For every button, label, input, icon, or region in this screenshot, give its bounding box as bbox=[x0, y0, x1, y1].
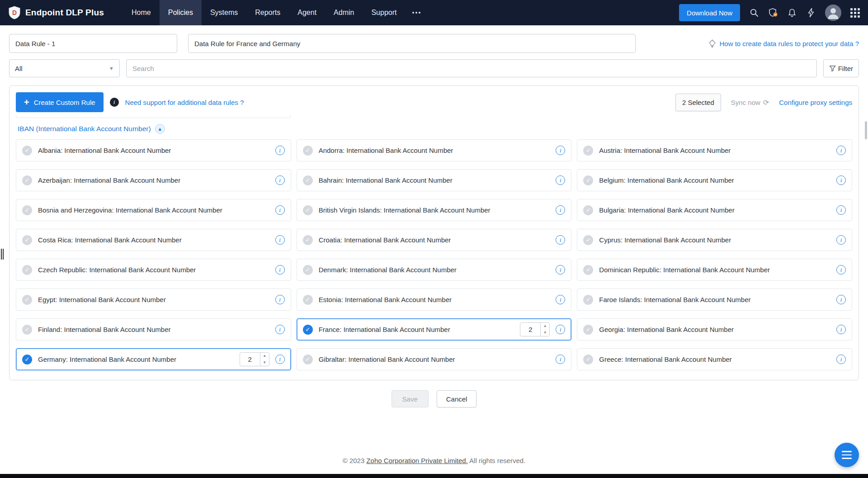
data-rule-card[interactable]: ✓Belgium: International Bank Account Num… bbox=[577, 169, 852, 191]
nav-item-policies[interactable]: Policies bbox=[160, 0, 202, 25]
occurrence-count-stepper[interactable]: 2▲▼ bbox=[520, 322, 550, 336]
rule-checkbox-icon[interactable]: ✓ bbox=[22, 265, 32, 275]
rule-checkbox-icon[interactable]: ✓ bbox=[303, 235, 313, 245]
data-rule-card[interactable]: ✓Bulgaria: International Bank Account Nu… bbox=[577, 199, 852, 221]
rule-checkbox-icon[interactable]: ✓ bbox=[583, 295, 593, 305]
rule-checkbox-icon[interactable]: ✓ bbox=[303, 205, 313, 215]
rule-checkbox-icon[interactable]: ✓ bbox=[303, 265, 313, 275]
user-avatar[interactable] bbox=[825, 5, 841, 21]
rule-checkbox-icon[interactable]: ✓ bbox=[22, 235, 32, 245]
nav-item-reports[interactable]: Reports bbox=[246, 0, 289, 25]
rule-info-icon[interactable]: i bbox=[556, 235, 565, 245]
notifications-bell-icon[interactable] bbox=[787, 8, 797, 18]
rule-info-icon[interactable]: i bbox=[556, 205, 565, 215]
search-icon[interactable] bbox=[749, 8, 759, 18]
rule-info-icon[interactable]: i bbox=[836, 235, 846, 245]
rule-info-icon[interactable]: i bbox=[556, 355, 565, 364]
stepper-down-icon[interactable]: ▼ bbox=[541, 330, 549, 336]
data-rule-card[interactable]: ✓France: International Bank Account Numb… bbox=[297, 318, 572, 341]
rule-checkbox-icon[interactable]: ✓ bbox=[22, 146, 32, 156]
sync-now-button[interactable]: Sync now ⟳ bbox=[731, 98, 769, 107]
nav-item-agent[interactable]: Agent bbox=[289, 0, 325, 25]
quick-actions-lightning-icon[interactable] bbox=[806, 8, 816, 18]
rule-name-input[interactable] bbox=[9, 34, 177, 53]
rule-description-input[interactable] bbox=[188, 34, 636, 53]
security-alert-icon[interactable] bbox=[768, 8, 778, 18]
rule-checkbox-icon[interactable]: ✓ bbox=[303, 295, 313, 305]
iban-section-title[interactable]: IBAN (International Bank Account Number) bbox=[18, 125, 151, 133]
nav-item-admin[interactable]: Admin bbox=[325, 0, 363, 25]
data-rule-card[interactable]: ✓Germany: International Bank Account Num… bbox=[16, 348, 291, 370]
rule-info-icon[interactable]: i bbox=[275, 235, 285, 245]
rule-info-icon[interactable]: i bbox=[275, 205, 285, 215]
rule-info-icon[interactable]: i bbox=[275, 146, 285, 155]
nav-item-home[interactable]: Home bbox=[123, 0, 160, 25]
rule-info-icon[interactable]: i bbox=[836, 295, 846, 304]
page-scrollbar-thumb[interactable] bbox=[865, 121, 867, 139]
data-rule-card[interactable]: ✓Austria: International Bank Account Num… bbox=[577, 139, 852, 161]
data-rule-card[interactable]: ✓Costa Rica: International Bank Account … bbox=[16, 229, 291, 251]
data-rule-card[interactable]: ✓Azerbaijan: International Bank Account … bbox=[16, 169, 291, 191]
rule-checkbox-icon[interactable]: ✓ bbox=[583, 355, 593, 364]
data-rule-card[interactable]: ✓Andorra: International Bank Account Num… bbox=[297, 139, 572, 161]
rule-checkbox-icon[interactable]: ✓ bbox=[22, 295, 32, 305]
rule-info-icon[interactable]: i bbox=[275, 325, 285, 334]
search-input[interactable] bbox=[126, 59, 817, 77]
rule-info-icon[interactable]: i bbox=[275, 355, 285, 364]
data-rule-card[interactable]: ✓Dominican Republic: International Bank … bbox=[577, 259, 852, 281]
data-rule-card[interactable]: ✓Albania: International Bank Account Num… bbox=[16, 139, 291, 161]
nav-item-systems[interactable]: Systems bbox=[202, 0, 246, 25]
rule-checkbox-icon[interactable]: ✓ bbox=[303, 175, 313, 185]
data-rule-card[interactable]: ✓Bosnia and Herzegovina: International B… bbox=[16, 199, 291, 221]
nav-more-menu-icon[interactable] bbox=[405, 12, 428, 14]
rule-info-icon[interactable]: i bbox=[836, 175, 846, 185]
filter-button[interactable]: Filter bbox=[823, 59, 859, 77]
rule-info-icon[interactable]: i bbox=[836, 205, 846, 215]
rule-info-icon[interactable]: i bbox=[275, 295, 285, 304]
floating-menu-button[interactable] bbox=[835, 443, 859, 467]
zoho-corporation-link[interactable]: Zoho Corporation Private Limited. bbox=[366, 457, 467, 464]
save-button[interactable]: Save bbox=[392, 390, 429, 407]
rule-checkbox-icon[interactable]: ✓ bbox=[303, 355, 313, 364]
stepper-up-icon[interactable]: ▲ bbox=[541, 323, 549, 330]
data-rule-card[interactable]: ✓Faroe Islands: International Bank Accou… bbox=[577, 289, 852, 311]
rule-info-icon[interactable]: i bbox=[275, 175, 285, 185]
rule-checkbox-icon[interactable]: ✓ bbox=[22, 325, 32, 335]
data-rule-card[interactable]: ✓Bahrain: International Bank Account Num… bbox=[297, 169, 572, 191]
data-rule-card[interactable]: ✓Cyprus: International Bank Account Numb… bbox=[577, 229, 852, 251]
stepper-up-icon[interactable]: ▲ bbox=[260, 353, 269, 360]
data-rule-card[interactable]: ✓Estonia: International Bank Account Num… bbox=[297, 289, 572, 311]
rule-checkbox-icon[interactable]: ✓ bbox=[583, 146, 593, 156]
rule-checkbox-checked-icon[interactable]: ✓ bbox=[303, 325, 313, 335]
rule-info-icon[interactable]: i bbox=[836, 355, 846, 364]
rule-checkbox-icon[interactable]: ✓ bbox=[583, 175, 593, 185]
additional-rules-support-link[interactable]: Need support for additional data rules ? bbox=[125, 99, 244, 106]
rule-info-icon[interactable]: i bbox=[556, 265, 565, 274]
data-rule-card[interactable]: ✓Greece: International Bank Account Numb… bbox=[577, 348, 852, 370]
rule-info-icon[interactable]: i bbox=[275, 265, 285, 274]
data-rule-card[interactable]: ✓Gibraltar: International Bank Account N… bbox=[297, 348, 572, 370]
stepper-down-icon[interactable]: ▼ bbox=[260, 360, 269, 366]
rule-checkbox-icon[interactable]: ✓ bbox=[22, 205, 32, 215]
data-rule-card[interactable]: ✓Egypt: International Bank Account Numbe… bbox=[16, 289, 291, 311]
rule-info-icon[interactable]: i bbox=[556, 175, 565, 185]
rule-checkbox-icon[interactable]: ✓ bbox=[583, 265, 593, 275]
selected-count-badge[interactable]: 2 Selected bbox=[675, 94, 721, 111]
rule-info-icon[interactable]: i bbox=[836, 265, 846, 274]
rule-checkbox-icon[interactable]: ✓ bbox=[583, 325, 593, 335]
nav-item-support[interactable]: Support bbox=[363, 0, 405, 25]
category-dropdown[interactable]: All ▼ bbox=[9, 59, 120, 77]
data-rule-card[interactable]: ✓Georgia: International Bank Account Num… bbox=[577, 318, 852, 341]
occurrence-count-value[interactable]: 2 bbox=[240, 353, 260, 366]
apps-grid-icon[interactable] bbox=[850, 8, 860, 18]
create-custom-rule-button[interactable]: + Create Custom Rule bbox=[16, 92, 104, 112]
rule-info-icon[interactable]: i bbox=[556, 146, 565, 155]
cancel-button[interactable]: Cancel bbox=[437, 390, 477, 407]
download-now-button[interactable]: Download Now bbox=[679, 4, 740, 21]
left-panel-drag-handle[interactable] bbox=[0, 246, 4, 262]
data-rule-card[interactable]: ✓Denmark: International Bank Account Num… bbox=[297, 259, 572, 281]
rule-info-icon[interactable]: i bbox=[836, 146, 846, 155]
data-rule-card[interactable]: ✓Croatia: International Bank Account Num… bbox=[297, 229, 572, 251]
configure-proxy-settings-link[interactable]: Configure proxy settings bbox=[779, 99, 852, 106]
rule-info-icon[interactable]: i bbox=[836, 325, 846, 334]
